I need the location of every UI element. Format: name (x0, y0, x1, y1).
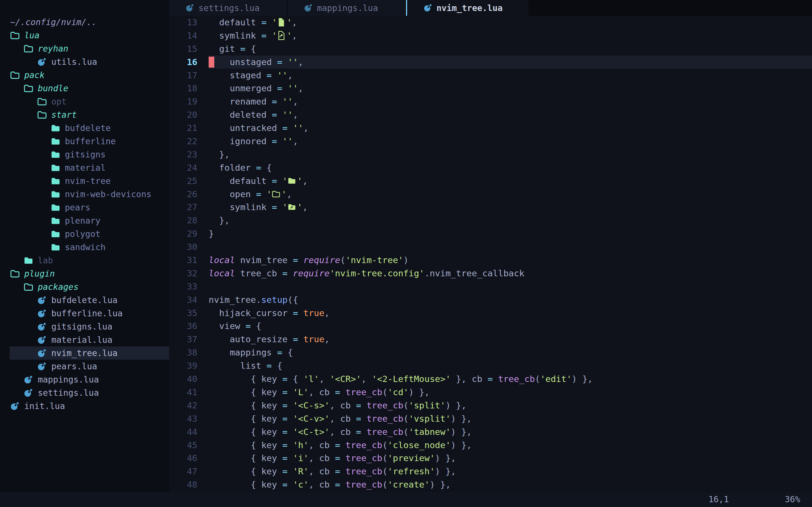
code-line-44[interactable]: 44 { key = '<C-t>', cb = tree_cb('tabnew… (169, 425, 812, 439)
token-str: 'nvim-tree' (345, 255, 403, 265)
code-line-45[interactable]: 45 { key = 'h', cb = tree_cb('close_node… (169, 439, 812, 452)
lua-file-icon (37, 361, 47, 372)
tree-item-label: ~/.config/nvim/.. (10, 17, 97, 27)
code-line-46[interactable]: 46 { key = 'i', cb = tree_cb('preview') … (169, 452, 812, 465)
code-line-17[interactable]: 17 staged = '', (169, 69, 812, 82)
tab-mappings.lua[interactable]: mappings.lua (288, 0, 406, 16)
code-line-33[interactable]: 33 (169, 280, 812, 293)
line-text: default = '', (209, 16, 812, 29)
code-line-41[interactable]: 41 { key = 'L', cb = tree_cb('cd') }, (169, 386, 812, 399)
tree-item-polygot[interactable]: polygot (0, 227, 169, 240)
tree-item-pack[interactable]: pack (0, 68, 169, 82)
token-op: = (277, 347, 288, 357)
tree-item-pears[interactable]: pears (0, 201, 169, 214)
code-line-22[interactable]: 22 ignored = '', (169, 135, 812, 148)
code-line-25[interactable]: 25 default = '', (169, 174, 812, 187)
code-line-32[interactable]: 32local tree_cb = require'nvim-tree.conf… (169, 267, 812, 280)
code-line-26[interactable]: 26 open = '', (169, 187, 812, 201)
tree-item-mappings.lua[interactable]: mappings.lua (0, 373, 169, 386)
tree-item-sandwich[interactable]: sandwich (0, 240, 169, 254)
tree-item-gitsigns[interactable]: gitsigns (0, 148, 169, 161)
token-op: = (246, 321, 256, 331)
token-id: , (298, 83, 303, 93)
tab-nvim_tree.lua[interactable]: nvim_tree.lua (407, 0, 528, 16)
tree-item-bundle[interactable]: bundle (0, 82, 169, 95)
tree-item-material.lua[interactable]: material.lua (0, 333, 169, 346)
tree-item-pears.lua[interactable]: pears.lua (0, 360, 169, 373)
tree-item-packages[interactable]: packages (0, 280, 169, 293)
line-number: 21 (169, 121, 197, 135)
line-number: 25 (169, 174, 197, 187)
code-line-48[interactable]: 48 { key = 'c', cb = tree_cb('create') }… (169, 478, 812, 491)
code-line-29[interactable]: 29} (169, 227, 812, 240)
tree-item-settings.lua[interactable]: settings.lua (0, 386, 169, 399)
code-line-36[interactable]: 36 view = { (169, 320, 812, 333)
code-line-16[interactable]: 16 unstaged = '', (169, 55, 812, 69)
tree-item-bufdelete[interactable]: bufdelete (0, 121, 169, 135)
tree-item-nvim-web-devicons[interactable]: nvim-web-devicons (0, 187, 169, 201)
token-id: , (293, 136, 298, 146)
code-line-13[interactable]: 13 default = '', (169, 16, 812, 29)
code-line-31[interactable]: 31local nvim_tree = require('nvim-tree') (169, 253, 812, 267)
tree-item-nvim-tree[interactable]: nvim-tree (0, 174, 169, 187)
token-id: , (287, 189, 292, 199)
code-line-20[interactable]: 20 deleted = '', (169, 108, 812, 121)
tree-item-bufferline.lua[interactable]: bufferline.lua (0, 307, 169, 320)
code-line-24[interactable]: 24 folder = { (169, 161, 812, 174)
tree-item-material[interactable]: material (0, 161, 169, 174)
token-id: }, cb (451, 374, 488, 384)
code-line-19[interactable]: 19 renamed = '', (169, 95, 812, 108)
code-line-23[interactable]: 23 }, (169, 148, 812, 161)
tab-settings.lua[interactable]: settings.lua (169, 0, 288, 16)
tree-item-plugin[interactable]: plugin (0, 267, 169, 280)
code-line-14[interactable]: 14 symlink = '', (169, 29, 812, 42)
code-line-30[interactable]: 30 (169, 240, 812, 253)
token-kw: require (303, 255, 340, 265)
tree-item-bufdelete.lua[interactable]: bufdelete.lua (0, 293, 169, 307)
tree-item-opt[interactable]: opt (0, 95, 169, 108)
tree-item-lua[interactable]: lua (0, 29, 169, 42)
tree-item-reyhan[interactable]: reyhan (0, 42, 169, 55)
folder-open-icon (10, 70, 20, 80)
line-number: 44 (169, 425, 197, 439)
tree-item-init.lua[interactable]: init.lua (0, 399, 169, 413)
line-text: default = '', (209, 174, 812, 187)
token-id: { key (209, 387, 282, 397)
code-line-37[interactable]: 37 auto_resize = true, (169, 333, 812, 346)
code-line-39[interactable]: 39 list = { (169, 359, 812, 372)
tree-item--.config-nvim-..[interactable]: ~/.config/nvim/.. (0, 15, 169, 29)
token-id: { key (209, 440, 282, 450)
code-line-35[interactable]: 35 hijack_cursor = true, (169, 306, 812, 320)
lua-file-icon (304, 3, 312, 12)
code-line-43[interactable]: 43 { key = '<C-v>', cb = tree_cb('vsplit… (169, 412, 812, 425)
main-area: ~/.config/nvim/..luareyhanutils.luapackb… (0, 0, 812, 492)
code-line-40[interactable]: 40 { key = { 'l', '<CR>', '<2-LeftMouse>… (169, 372, 812, 386)
tree-item-bufferline[interactable]: bufferline (0, 135, 169, 148)
tree-item-plenary[interactable]: plenary (0, 214, 169, 227)
code-line-27[interactable]: 27 symlink = '', (169, 201, 812, 214)
token-id: ignored (209, 136, 272, 146)
token-id: { (293, 374, 303, 384)
token-id: ( (382, 453, 388, 463)
code-line-18[interactable]: 18 unmerged = '', (169, 82, 812, 95)
code-line-34[interactable]: 34nvim_tree.setup({ (169, 293, 812, 306)
token-id: { key (209, 374, 282, 384)
code-line-15[interactable]: 15 git = { (169, 42, 812, 55)
folder-icon (51, 189, 61, 200)
token-id: ) }, (430, 480, 451, 490)
token-id: symlink (209, 202, 272, 212)
code-line-38[interactable]: 38 mappings = { (169, 346, 812, 359)
token-id: open (209, 189, 256, 199)
tree-item-lab[interactable]: lab (0, 254, 169, 267)
code-line-21[interactable]: 21 untracked = '', (169, 121, 812, 135)
token-kw: require (293, 268, 330, 278)
token-id: } (209, 228, 214, 238)
code-line-42[interactable]: 42 { key = '<C-s>', cb = tree_cb('split'… (169, 399, 812, 412)
tree-item-nvim-tree.lua[interactable]: nvim_tree.lua (0, 346, 169, 360)
code-line-28[interactable]: 28 }, (169, 214, 812, 227)
tree-item-utils.lua[interactable]: utils.lua (0, 55, 169, 68)
folder-symlink-glyph-icon (288, 201, 297, 214)
code-line-47[interactable]: 47 { key = 'R', cb = tree_cb('refresh') … (169, 465, 812, 478)
tree-item-start[interactable]: start (0, 108, 169, 121)
tree-item-gitsigns.lua[interactable]: gitsigns.lua (0, 320, 169, 333)
